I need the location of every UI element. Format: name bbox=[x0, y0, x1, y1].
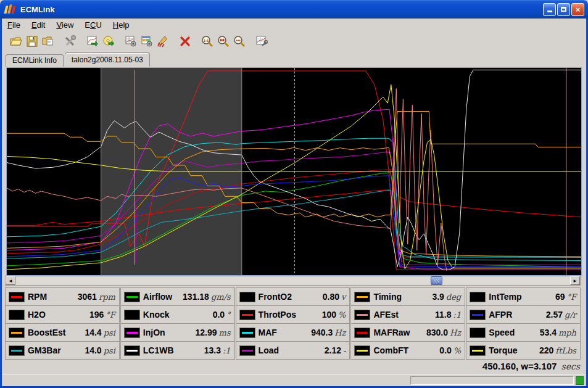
open-log-button[interactable] bbox=[8, 33, 24, 49]
scroll-left-button[interactable]: ◄ bbox=[6, 276, 15, 285]
legend-cell-afest[interactable]: AFEst11.8:1 bbox=[350, 305, 465, 324]
zoom-custom-button[interactable] bbox=[231, 33, 247, 49]
scroll-right-button[interactable]: ► bbox=[570, 276, 580, 285]
trace-swatch[interactable] bbox=[354, 292, 370, 302]
trace-swatch[interactable] bbox=[9, 292, 25, 302]
legend-cell-maf[interactable]: MAF940.3Hz bbox=[236, 323, 350, 342]
trace-value: 14.4 bbox=[85, 328, 101, 337]
legend-cell-boostest[interactable]: BoostEst14.4psi bbox=[5, 323, 120, 342]
window-title: ECMLink bbox=[20, 5, 543, 14]
zoom-one-to-one-button[interactable]: 1:1 bbox=[199, 33, 215, 49]
legend-cell-knock[interactable]: Knock0.0° bbox=[120, 305, 235, 324]
trace-name: RPM bbox=[28, 292, 47, 302]
trace-value: 12.99 bbox=[196, 328, 217, 337]
zoom-fit-horizontal-button[interactable] bbox=[215, 33, 231, 49]
trace-swatch[interactable] bbox=[354, 345, 370, 356]
legend-cell-gm3bar[interactable]: GM3Bar14.0psi bbox=[5, 341, 120, 360]
trace-lc1wb bbox=[7, 70, 581, 270]
trace-name: MAF bbox=[259, 328, 277, 337]
menu-file[interactable]: File bbox=[2, 19, 26, 31]
legend-cell-afpr[interactable]: AFPR2.57g/r bbox=[466, 305, 581, 324]
trace-value: 0.0 bbox=[439, 345, 451, 355]
export-image-button[interactable] bbox=[85, 33, 101, 49]
trace-name: InjOn bbox=[143, 328, 165, 337]
menu-view[interactable]: View bbox=[51, 19, 79, 31]
trace-swatch[interactable] bbox=[239, 310, 255, 320]
scrollbar-track[interactable] bbox=[15, 276, 570, 285]
legend-cell-airflow[interactable]: Airflow131.18gm/s bbox=[120, 287, 235, 306]
log-graph[interactable] bbox=[7, 68, 581, 275]
trace-swatch[interactable] bbox=[354, 328, 370, 338]
zoom-dots-icon bbox=[233, 35, 246, 47]
trace-value: 2.12 bbox=[325, 345, 341, 355]
clear-annotations-button[interactable] bbox=[155, 33, 171, 49]
trace-swatch[interactable] bbox=[124, 328, 140, 338]
trace-swatch[interactable] bbox=[470, 292, 486, 302]
trace-color-line bbox=[242, 296, 253, 298]
trace-swatch[interactable] bbox=[9, 310, 25, 320]
trace-color-line bbox=[357, 314, 368, 316]
trace-maf bbox=[7, 138, 581, 260]
resize-grip[interactable] bbox=[576, 376, 584, 385]
tools-button[interactable] bbox=[62, 33, 78, 49]
maximize-button[interactable] bbox=[557, 3, 570, 16]
delete-button[interactable] bbox=[177, 33, 193, 49]
trace-color-line bbox=[11, 314, 22, 316]
trace-swatch[interactable] bbox=[124, 292, 140, 302]
export-cd-button[interactable] bbox=[101, 33, 117, 49]
tab-ecmlink-info[interactable]: ECMLink Info bbox=[6, 54, 64, 67]
window-border-left bbox=[0, 19, 2, 388]
minimize-icon bbox=[547, 10, 552, 12]
title-bar[interactable]: ECMLink × bbox=[0, 0, 588, 19]
legend-cell-h2o[interactable]: H2O196°F bbox=[5, 305, 120, 324]
trace-value: 53.4 bbox=[540, 328, 557, 337]
trace-value: 3.9 bbox=[432, 292, 444, 302]
legend-cell-torque[interactable]: Torque220ftLbs bbox=[466, 341, 581, 360]
legend-cell-speed[interactable]: Speed53.4mph bbox=[466, 323, 581, 342]
open-folder-icon bbox=[10, 35, 22, 47]
scrollbar-thumb[interactable] bbox=[431, 276, 442, 285]
legend-cell-load[interactable]: Load2.12- bbox=[236, 341, 350, 360]
legend-cell-injon[interactable]: InjOn12.99ms bbox=[120, 323, 235, 342]
trace-swatch[interactable] bbox=[9, 328, 25, 338]
close-button[interactable]: × bbox=[571, 3, 584, 16]
menu-ecu[interactable]: ECU bbox=[79, 19, 107, 31]
legend-cell-combft[interactable]: CombFT0.0% bbox=[350, 341, 465, 360]
display-settings-button[interactable] bbox=[139, 33, 155, 49]
trace-swatch[interactable] bbox=[470, 310, 486, 320]
legend-cell-timing[interactable]: Timing3.9deg bbox=[350, 287, 465, 306]
legend-cell-rpm[interactable]: RPM3061rpm bbox=[5, 287, 120, 306]
trace-unit: psi bbox=[104, 328, 115, 337]
trace-swatch[interactable] bbox=[470, 328, 486, 338]
legend-cell-mafraw[interactable]: MAFRaw830.0Hz bbox=[350, 323, 465, 342]
trace-color-line bbox=[126, 332, 138, 334]
legend-cell-throtpos[interactable]: ThrotPos100% bbox=[236, 305, 350, 324]
legend-cell-lc1wb[interactable]: LC1WB13.3:1 bbox=[120, 341, 235, 360]
capture-settings-button[interactable] bbox=[123, 33, 139, 49]
graph-settings-button[interactable] bbox=[254, 33, 270, 49]
menu-edit[interactable]: Edit bbox=[26, 19, 51, 31]
trace-swatch[interactable] bbox=[354, 310, 370, 320]
menu-help[interactable]: Help bbox=[107, 19, 135, 31]
trace-swatch[interactable] bbox=[239, 345, 255, 356]
legend-cell-inttemp[interactable]: IntTemp69°F bbox=[466, 287, 581, 306]
minimize-button[interactable] bbox=[543, 3, 556, 16]
trace-name: CombFT bbox=[373, 345, 408, 355]
trace-swatch[interactable] bbox=[124, 345, 140, 356]
trace-color-line bbox=[472, 296, 483, 298]
trace-swatch[interactable] bbox=[9, 345, 25, 356]
trace-unit: :1 bbox=[453, 310, 462, 320]
trace-unit: Hz bbox=[334, 328, 346, 337]
trace-swatch[interactable] bbox=[124, 310, 140, 320]
trace-swatch[interactable] bbox=[239, 292, 255, 302]
trace-swatch[interactable] bbox=[470, 345, 486, 356]
legend-cell-fronto2[interactable]: FrontO20.80v bbox=[236, 287, 350, 306]
tab-log-file[interactable]: talon2g2008.11.05-03 bbox=[65, 52, 150, 67]
trace-name: AFPR bbox=[489, 310, 512, 320]
trace-value: 100 bbox=[322, 310, 336, 320]
save-log-button[interactable] bbox=[24, 33, 40, 49]
trace-swatch[interactable] bbox=[239, 328, 255, 338]
import-log-button[interactable] bbox=[40, 33, 56, 49]
trace-unit: % bbox=[338, 310, 346, 320]
trace-color-line bbox=[242, 314, 253, 316]
